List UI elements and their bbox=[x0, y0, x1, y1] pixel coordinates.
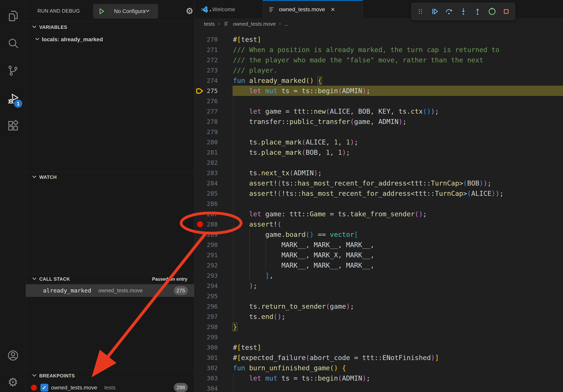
line-number[interactable]: 296 bbox=[194, 301, 218, 312]
activity-bar-settings[interactable]: ⚙ bbox=[0, 373, 26, 391]
line-number[interactable]: 273 bbox=[194, 65, 218, 75]
variables-locals-row[interactable]: locals: already_marked bbox=[26, 34, 194, 45]
frame-file: owned_tests.move bbox=[98, 287, 143, 294]
line-number[interactable]: 270 bbox=[194, 34, 218, 45]
debug-stop-button[interactable] bbox=[501, 6, 512, 17]
code-text[interactable]: ], bbox=[233, 270, 273, 281]
debug-config-dropdown[interactable]: No Configura bbox=[93, 4, 158, 19]
code-text[interactable]: /// player. bbox=[233, 65, 277, 75]
activity-bar-explorer[interactable] bbox=[0, 7, 26, 25]
breakpoint-checkbox[interactable] bbox=[40, 384, 48, 392]
debug-step-over-button[interactable] bbox=[443, 6, 455, 17]
line-number[interactable]: 292 bbox=[194, 260, 218, 270]
line-number[interactable]: 294 bbox=[194, 281, 218, 291]
section-divider bbox=[26, 370, 194, 370]
line-number[interactable]: 290 bbox=[194, 240, 218, 250]
tab-owned-tests[interactable]: owned_tests.move bbox=[263, 0, 363, 19]
code-text[interactable]: let mut ts = ts::begin(ADMIN); bbox=[233, 86, 370, 96]
code-text[interactable]: game.board() == vector[ bbox=[233, 229, 358, 240]
line-number[interactable]: 280 bbox=[194, 137, 218, 147]
line-number[interactable]: 298 bbox=[194, 322, 218, 332]
code-text[interactable]: #[test] bbox=[233, 34, 261, 45]
more-actions-icon[interactable]: ··· bbox=[203, 0, 212, 22]
section-variables[interactable]: VARIABLES bbox=[26, 22, 194, 33]
activity-bar-account[interactable] bbox=[0, 346, 26, 365]
activity-bar-source-control[interactable] bbox=[0, 62, 26, 80]
code-text[interactable]: ts.place_mark(BOB, 1, 1); bbox=[233, 147, 350, 157]
debug-gear-icon[interactable]: ⚙ bbox=[186, 0, 193, 22]
code-editor[interactable]: 270#[test]271/// When a position is alre… bbox=[194, 29, 563, 392]
line-number[interactable]: 275 bbox=[194, 86, 218, 96]
code-text[interactable]: let mut ts = ts::begin(ADMIN); bbox=[233, 373, 370, 383]
code-text[interactable]: MARK__, MARK_X, MARK__, bbox=[233, 250, 374, 260]
debug-step-out-button[interactable] bbox=[472, 6, 483, 17]
line-number[interactable]: 286 bbox=[194, 198, 218, 209]
line-number[interactable]: 284 bbox=[194, 178, 218, 188]
code-text[interactable]: fun burn_unfinished_game() { bbox=[233, 363, 346, 373]
code-line-272: 272/// the player who made the "false" m… bbox=[194, 55, 563, 65]
debug-step-into-button[interactable] bbox=[458, 6, 469, 17]
code-text[interactable]: } bbox=[233, 322, 237, 332]
line-number[interactable]: 277 bbox=[194, 106, 218, 117]
line-number[interactable]: 288 bbox=[194, 219, 218, 229]
line-number[interactable]: 302 bbox=[194, 363, 218, 373]
line-number[interactable]: 301 bbox=[194, 353, 218, 363]
debug-continue-button[interactable] bbox=[429, 6, 440, 17]
line-number[interactable]: 303 bbox=[194, 373, 218, 383]
line-number[interactable]: 272 bbox=[194, 55, 218, 65]
debug-restart-button[interactable] bbox=[486, 6, 498, 17]
section-watch[interactable]: WATCH bbox=[26, 172, 194, 183]
code-text[interactable]: ts.return_to_sender(game); bbox=[233, 301, 354, 312]
toolbar-drag-handle[interactable] bbox=[415, 6, 426, 17]
line-number[interactable]: 285 bbox=[194, 188, 218, 198]
activity-bar-search[interactable] bbox=[0, 35, 26, 53]
start-debugging-icon[interactable] bbox=[93, 4, 110, 19]
line-number[interactable]: 278 bbox=[194, 117, 218, 127]
line-number[interactable]: 276 bbox=[194, 96, 218, 106]
code-text[interactable]: assert!(ts::has_most_recent_for_address<… bbox=[233, 178, 491, 188]
line-number[interactable]: 293 bbox=[194, 270, 218, 281]
line-number[interactable]: 304 bbox=[194, 383, 218, 392]
activity-bar-run-and-debug[interactable]: 1 bbox=[0, 90, 26, 108]
code-text[interactable]: ts.end(); bbox=[233, 312, 285, 322]
line-number[interactable]: 295 bbox=[194, 291, 218, 301]
line-number[interactable]: 297 bbox=[194, 312, 218, 322]
line-number[interactable]: 281 bbox=[194, 147, 218, 157]
line-number[interactable]: 299 bbox=[194, 332, 218, 342]
line-number[interactable]: 274 bbox=[194, 75, 218, 86]
line-number[interactable]: 289 bbox=[194, 229, 218, 240]
section-call-stack[interactable]: CALL STACK Paused on entry bbox=[26, 274, 194, 285]
code-text[interactable]: ts.next_tx(ADMIN); bbox=[233, 168, 322, 178]
line-number[interactable]: 271 bbox=[194, 45, 218, 55]
breadcrumb-tests[interactable]: tests bbox=[204, 21, 215, 27]
code-text[interactable]: ); bbox=[233, 281, 257, 291]
code-text[interactable]: fun already_marked() { bbox=[233, 75, 322, 86]
code-text[interactable]: assert!(!ts::has_most_recent_for_address… bbox=[233, 188, 504, 198]
code-text[interactable]: ts.place_mark(ALICE, 1, 1); bbox=[233, 137, 358, 147]
call-stack-frame[interactable]: already_marked owned_tests.move 275 bbox=[26, 284, 194, 297]
breadcrumb-symbol[interactable]: ... bbox=[284, 21, 288, 27]
line-number[interactable]: 300 bbox=[194, 342, 218, 353]
code-text[interactable]: /// When a position is already marked, t… bbox=[233, 45, 499, 55]
code-text[interactable]: let game = ttt::new(ALICE, BOB, KEY, ts.… bbox=[233, 106, 439, 117]
code-text[interactable]: /// the player who made the "false" move… bbox=[233, 55, 483, 65]
line-number[interactable]: 291 bbox=[194, 250, 218, 260]
close-icon[interactable] bbox=[331, 6, 335, 13]
code-text[interactable]: #[test] bbox=[233, 342, 261, 353]
line-number[interactable]: 282 bbox=[194, 157, 218, 168]
frame-function: already_marked bbox=[43, 287, 91, 294]
file-icon bbox=[268, 6, 275, 13]
section-breakpoints[interactable]: BREAKPOINTS bbox=[26, 370, 194, 381]
activity-bar-extensions[interactable] bbox=[0, 117, 26, 135]
line-number[interactable]: 283 bbox=[194, 168, 218, 178]
code-text[interactable]: #[expected_failure(abort_code = ttt::ENo… bbox=[233, 353, 439, 363]
line-number[interactable]: 279 bbox=[194, 127, 218, 137]
breakpoint-item[interactable]: owned_tests.move tests 288 bbox=[26, 382, 194, 392]
code-text[interactable]: let game: ttt::Game = ts.take_from_sende… bbox=[233, 209, 427, 219]
line-number[interactable]: 287 bbox=[194, 209, 218, 219]
breadcrumb-file[interactable]: owned_tests.move bbox=[233, 21, 276, 27]
code-text[interactable]: assert!( bbox=[233, 219, 282, 229]
code-text[interactable]: MARK__, MARK__, MARK__, bbox=[233, 240, 374, 250]
code-text[interactable]: MARK__, MARK__, MARK__, bbox=[233, 260, 374, 270]
code-text[interactable]: transfer::public_transfer(game, ADMIN); bbox=[233, 117, 407, 127]
